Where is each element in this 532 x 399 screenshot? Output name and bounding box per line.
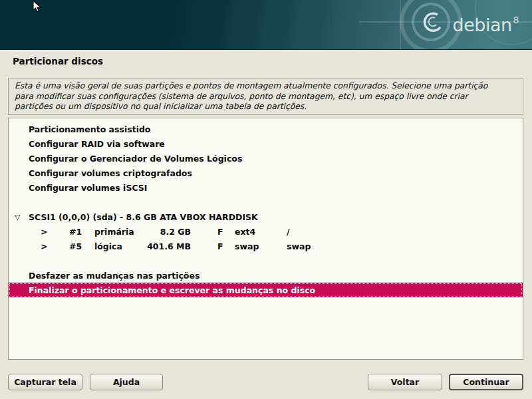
help-button[interactable]: Ajuda bbox=[90, 374, 163, 390]
partition-flag: F bbox=[217, 241, 235, 251]
screenshot-button[interactable]: Capturar tela bbox=[8, 374, 82, 390]
partition-number: #1 bbox=[69, 227, 94, 237]
mouse-cursor-icon bbox=[32, 0, 42, 13]
item-partition-5[interactable]: > #5 lógica 401.6 MB F swap swap bbox=[9, 239, 523, 253]
expander-down-icon[interactable]: ▽ bbox=[15, 213, 29, 221]
back-button[interactable]: Voltar bbox=[368, 374, 442, 390]
item-disk-sda[interactable]: ▽ SCSI1 (0,0,0) (sda) - 8.6 GB ATA VBOX … bbox=[9, 209, 523, 224]
item-software-raid[interactable]: Configurar RAID via software bbox=[9, 136, 523, 151]
partition-number: #5 bbox=[69, 241, 94, 251]
child-marker-icon: > bbox=[41, 241, 69, 251]
partition-size: 401.6 MB bbox=[136, 241, 191, 251]
description-line: partições ou um dispositivo no qual inic… bbox=[15, 102, 517, 112]
partition-flag: F bbox=[217, 227, 235, 237]
continue-button[interactable]: Continuar bbox=[449, 374, 523, 390]
partition-list: Particionamento assistido Configurar RAI… bbox=[8, 118, 523, 360]
item-encrypted-volumes[interactable]: Configurar volumes criptografados bbox=[9, 166, 523, 180]
child-marker-icon: > bbox=[41, 227, 69, 237]
list-spacer bbox=[9, 253, 523, 268]
partition-mountpoint: / bbox=[287, 227, 290, 237]
brand-name: debian bbox=[453, 15, 512, 35]
brand-version: 8 bbox=[513, 15, 519, 25]
debian-installer-window: debian8 Particionar discos Esta é uma vi… bbox=[0, 0, 532, 399]
disk-label: SCSI1 (0,0,0) (sda) - 8.6 GB ATA VBOX HA… bbox=[29, 212, 258, 222]
item-undo-changes[interactable]: Desfazer as mudanças nas partições bbox=[9, 268, 523, 283]
item-partition-1[interactable]: > #1 primária 8.2 GB F ext4 / bbox=[9, 224, 523, 239]
partition-size: 8.2 GB bbox=[136, 227, 191, 237]
item-finish-partitioning[interactable]: Finalizar o particionamento e escrever a… bbox=[9, 283, 523, 297]
description-line: Esta é uma visão geral de suas partições… bbox=[15, 81, 517, 92]
debian-wordmark: debian8 bbox=[453, 15, 517, 35]
partition-filesystem: swap bbox=[235, 241, 287, 251]
description-box: Esta é uma visão geral de suas partições… bbox=[8, 78, 523, 115]
description-line: para modificar suas configurações (siste… bbox=[15, 92, 517, 102]
list-spacer bbox=[9, 195, 523, 209]
item-lvm[interactable]: Configurar o Gerenciador de Volumes Lógi… bbox=[9, 151, 523, 166]
partition-type: lógica bbox=[94, 241, 136, 251]
installer-banner: debian8 bbox=[0, 0, 532, 50]
partition-type: primária bbox=[94, 227, 136, 237]
partition-filesystem: ext4 bbox=[235, 227, 287, 237]
page-title: Particionar discos bbox=[13, 56, 103, 66]
partition-mountpoint: swap bbox=[287, 241, 311, 251]
item-guided-partitioning[interactable]: Particionamento assistido bbox=[9, 122, 523, 136]
item-iscsi-volumes[interactable]: Configurar volumes iSCSI bbox=[9, 180, 523, 195]
